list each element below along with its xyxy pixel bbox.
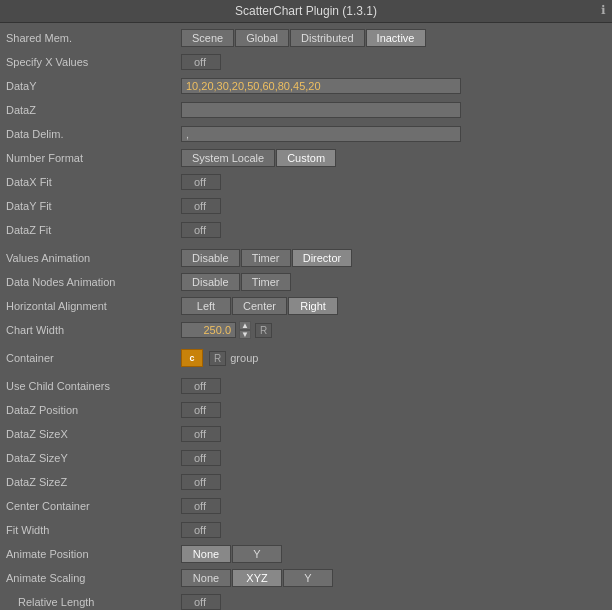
container-label: Container [6,352,181,364]
tab-system-locale[interactable]: System Locale [181,149,275,167]
data-nodes-animation-label: Data Nodes Animation [6,276,181,288]
number-format-tabs: System Locale Custom [181,149,336,167]
datax-fit-value[interactable]: off [181,174,221,190]
tab-va-timer[interactable]: Timer [241,249,291,267]
chart-width-up[interactable]: ▲ [239,321,251,330]
dataz-sizez-row: DataZ SizeZ off [6,471,606,493]
info-icon[interactable]: ℹ [601,3,606,17]
dataz-sizey-controls: off [181,450,221,466]
data-nodes-animation-tabs: Disable Timer [181,273,291,291]
dataz-controls [181,102,461,118]
fit-width-row: Fit Width off [6,519,606,541]
specify-x-value[interactable]: off [181,54,221,70]
dataz-label: DataZ [6,104,181,116]
chart-width-down[interactable]: ▼ [239,330,251,339]
tab-ha-center[interactable]: Center [232,297,287,315]
shared-mem-tabs: Scene Global Distributed Inactive [181,29,426,47]
relative-length-value[interactable]: off [181,594,221,610]
use-child-containers-controls: off [181,378,221,394]
dataz-sizey-value[interactable]: off [181,450,221,466]
chart-width-spinner: ▲ ▼ [239,321,251,339]
tab-ap-y[interactable]: Y [232,545,282,563]
dataz-fit-value[interactable]: off [181,222,221,238]
animate-scaling-label: Animate Scaling [6,572,181,584]
center-container-row: Center Container off [6,495,606,517]
container-row: Container c R group [6,347,606,369]
relative-length-row: Relative Length off [6,591,606,610]
dataz-sizez-label: DataZ SizeZ [6,476,181,488]
tab-va-disable[interactable]: Disable [181,249,240,267]
tab-ap-none[interactable]: None [181,545,231,563]
tab-ha-left[interactable]: Left [181,297,231,315]
datax-fit-row: DataX Fit off [6,171,606,193]
container-r: R [209,351,226,366]
title-bar: ScatterChart Plugin (1.3.1) ℹ [0,0,612,23]
datay-fit-value[interactable]: off [181,198,221,214]
dataz-row: DataZ [6,99,606,121]
chart-width-label: Chart Width [6,324,181,336]
tab-scene[interactable]: Scene [181,29,234,47]
fit-width-value[interactable]: off [181,522,221,538]
tab-as-none[interactable]: None [181,569,231,587]
relative-length-label: Relative Length [6,596,181,608]
tab-distributed[interactable]: Distributed [290,29,365,47]
tab-inactive[interactable]: Inactive [366,29,426,47]
container-icon[interactable]: c [181,349,203,367]
datay-controls [181,78,461,94]
specify-x-row: Specify X Values off [6,51,606,73]
main-content: Shared Mem. Scene Global Distributed Ina… [0,23,612,610]
shared-mem-row: Shared Mem. Scene Global Distributed Ina… [6,27,606,49]
datay-fit-controls: off [181,198,221,214]
dataz-fit-label: DataZ Fit [6,224,181,236]
fit-width-controls: off [181,522,221,538]
datay-fit-row: DataY Fit off [6,195,606,217]
tab-va-director[interactable]: Director [292,249,353,267]
dataz-position-value[interactable]: off [181,402,221,418]
center-container-value[interactable]: off [181,498,221,514]
use-child-containers-label: Use Child Containers [6,380,181,392]
tab-as-y[interactable]: Y [283,569,333,587]
dataz-fit-row: DataZ Fit off [6,219,606,241]
tab-ha-right[interactable]: Right [288,297,338,315]
chart-width-controls: ▲ ▼ R [181,321,272,339]
datay-label: DataY [6,80,181,92]
center-container-controls: off [181,498,221,514]
tab-dna-timer[interactable]: Timer [241,273,291,291]
dataz-sizex-label: DataZ SizeX [6,428,181,440]
specify-x-label: Specify X Values [6,56,181,68]
animate-position-tabs: None Y [181,545,282,563]
tab-global[interactable]: Global [235,29,289,47]
dataz-sizex-controls: off [181,426,221,442]
shared-mem-label: Shared Mem. [6,32,181,44]
dataz-sizex-value[interactable]: off [181,426,221,442]
data-delim-input[interactable] [181,126,461,142]
data-delim-row: Data Delim. [6,123,606,145]
values-animation-label: Values Animation [6,252,181,264]
dataz-fit-controls: off [181,222,221,238]
fit-width-label: Fit Width [6,524,181,536]
datay-row: DataY [6,75,606,97]
dataz-sizez-value[interactable]: off [181,474,221,490]
datay-fit-label: DataY Fit [6,200,181,212]
values-animation-tabs: Disable Timer Director [181,249,352,267]
datay-input[interactable] [181,78,461,94]
number-format-label: Number Format [6,152,181,164]
horizontal-alignment-row: Horizontal Alignment Left Center Right [6,295,606,317]
dataz-sizex-row: DataZ SizeX off [6,423,606,445]
container-text: group [230,352,258,364]
use-child-containers-value[interactable]: off [181,378,221,394]
animate-scaling-tabs: None XYZ Y [181,569,333,587]
tab-custom[interactable]: Custom [276,149,336,167]
relative-length-controls: off [181,594,221,610]
tab-as-xyz[interactable]: XYZ [232,569,282,587]
dataz-position-row: DataZ Position off [6,399,606,421]
animate-position-row: Animate Position None Y [6,543,606,565]
dataz-position-label: DataZ Position [6,404,181,416]
animate-scaling-row: Animate Scaling None XYZ Y [6,567,606,589]
datax-fit-controls: off [181,174,221,190]
chart-width-input[interactable] [181,322,236,338]
dataz-input[interactable] [181,102,461,118]
dataz-sizey-label: DataZ SizeY [6,452,181,464]
dataz-position-controls: off [181,402,221,418]
tab-dna-disable[interactable]: Disable [181,273,240,291]
